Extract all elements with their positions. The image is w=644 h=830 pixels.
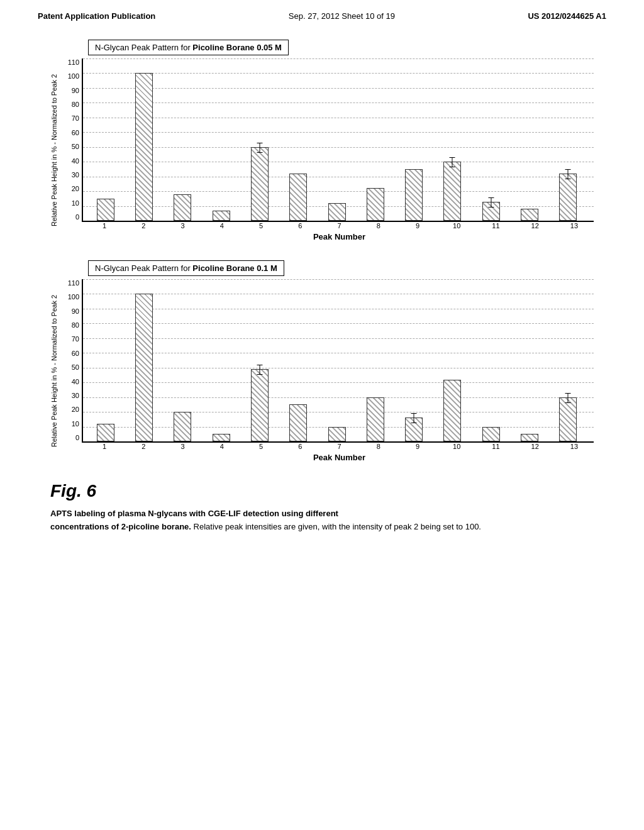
bar-slot [240, 58, 279, 221]
chart2-bars [83, 279, 594, 441]
bar-slot [164, 279, 202, 441]
bar [135, 73, 153, 221]
error-bar [491, 197, 491, 208]
bar-slot [472, 279, 510, 441]
x-label: 10 [437, 222, 476, 230]
chart2-y-label: Relative Peak Height in % - Normalized t… [50, 279, 62, 462]
error-bar [259, 365, 260, 375]
bar [97, 199, 114, 221]
y-tick: 30 [62, 392, 79, 399]
caption-bold2: concentrations of 2-picoline borane. [50, 522, 191, 531]
bar-slot [202, 58, 240, 221]
bar-slot [549, 279, 587, 441]
x-label: 6 [280, 222, 319, 230]
x-label: 4 [203, 443, 242, 450]
x-label: 13 [555, 222, 594, 230]
chart2-x-labels: 12345678910111213 [62, 443, 594, 450]
bar-slot [279, 58, 318, 221]
bar [405, 169, 423, 221]
x-label: 12 [516, 222, 555, 230]
chart1-x-labels: 12345678910111213 [62, 222, 594, 230]
error-bar [259, 143, 260, 153]
bar-slot [510, 58, 548, 221]
y-tick: 100 [62, 293, 79, 301]
page-content: N-Glycan Peak Pattern for Picoline Boran… [0, 27, 644, 553]
error-bar [414, 413, 414, 423]
y-tick: 40 [62, 378, 79, 385]
chart2-title-text: N-Glycan Peak Pattern for Picoline Boran… [95, 263, 277, 273]
x-label: 7 [319, 443, 358, 450]
bar-slot [86, 58, 125, 221]
y-tick: 110 [62, 58, 79, 66]
bar-slot [318, 58, 356, 221]
x-label: 11 [476, 222, 515, 230]
header-patent-number: US 2012/0244625 A1 [528, 11, 606, 21]
y-tick: 60 [62, 129, 79, 136]
bar [367, 188, 384, 221]
chart1-y-ticks: 0102030405060708090100110 [62, 58, 79, 222]
x-label: 12 [516, 443, 555, 450]
y-tick: 90 [62, 307, 79, 315]
header-date-sheet: Sep. 27, 2012 Sheet 10 of 19 [289, 11, 395, 21]
bar [213, 434, 230, 441]
bar [213, 211, 230, 221]
error-bar [568, 393, 569, 403]
bar-slot [125, 58, 163, 221]
x-label: 5 [242, 222, 280, 230]
y-tick: 70 [62, 114, 79, 122]
bar [174, 412, 191, 441]
bar [135, 294, 153, 441]
chart1-title: N-Glycan Peak Pattern for Picoline Boran… [88, 40, 289, 55]
bar-slot [510, 279, 548, 441]
x-label: 9 [398, 222, 437, 230]
caption: APTS labeling of plasma N-glycans with C… [50, 507, 591, 534]
y-tick: 0 [62, 434, 79, 441]
y-tick: 60 [62, 350, 79, 357]
y-tick: 40 [62, 157, 79, 165]
x-label: 11 [476, 443, 515, 450]
bar [482, 202, 500, 221]
x-label: 1 [85, 443, 124, 450]
x-label: 13 [555, 443, 594, 450]
y-tick: 10 [62, 199, 79, 207]
bar [251, 369, 269, 441]
x-label: 4 [203, 222, 242, 230]
bar-slot [549, 58, 587, 221]
y-tick: 80 [62, 321, 79, 329]
bar [443, 162, 461, 221]
chart2-inner [82, 279, 594, 443]
y-tick: 110 [62, 279, 79, 287]
x-label: 6 [280, 443, 319, 450]
x-label: 2 [124, 222, 163, 230]
bar-slot [240, 279, 279, 441]
error-bar [452, 157, 453, 167]
bar-slot [86, 279, 125, 441]
bar [251, 147, 269, 221]
bar [97, 424, 114, 441]
x-label: 1 [85, 222, 124, 230]
error-bar [568, 169, 569, 179]
page-header: Patent Application Publication Sep. 27, … [0, 0, 644, 27]
bar-slot [202, 279, 240, 441]
y-tick: 70 [62, 335, 79, 343]
caption-normal: Relative peak intensities are given, wit… [191, 522, 481, 531]
bar-slot [395, 279, 433, 441]
bar-slot [356, 58, 394, 221]
bar-slot [318, 279, 356, 441]
bar [559, 174, 577, 221]
bar [328, 203, 346, 221]
chart2-y-ticks: 0102030405060708090100110 [62, 279, 79, 443]
y-tick: 20 [62, 185, 79, 192]
chart1-bars [83, 58, 594, 221]
bar [482, 427, 500, 441]
bar [367, 397, 384, 441]
chart2-with-axes: 0102030405060708090100110 12345678910111… [62, 279, 594, 462]
bar [174, 194, 191, 221]
y-tick: 90 [62, 87, 79, 94]
chart1-with-axes: 0102030405060708090100110 12345678910111… [62, 58, 594, 241]
x-label: 7 [319, 222, 358, 230]
bar [289, 404, 307, 441]
bar [559, 397, 577, 441]
bar [405, 418, 423, 441]
y-tick: 20 [62, 406, 79, 413]
